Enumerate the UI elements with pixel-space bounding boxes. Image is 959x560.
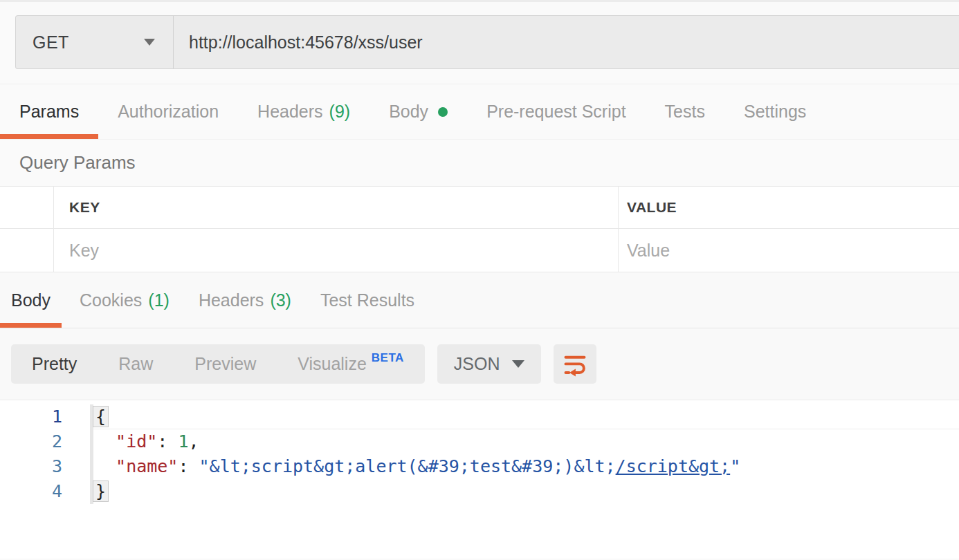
code-line: 3 "name": "&lt;script&gt;alert(&#39;test… [0, 454, 959, 479]
code-token [95, 456, 116, 476]
method-label: GET [33, 32, 69, 53]
active-tab-underline [0, 323, 62, 328]
response-tabs: Body Cookies (1) Headers (3) Test Result… [0, 272, 959, 328]
response-headers-count-badge: (3) [270, 290, 291, 310]
code-token: " [730, 456, 740, 476]
active-tab-underline [0, 134, 98, 139]
url-input[interactable]: http://localhost:45678/xss/user [174, 16, 959, 68]
beta-badge: BETA [372, 351, 404, 365]
value-column-header: VALUE [627, 199, 677, 216]
chevron-down-icon [144, 39, 155, 46]
code-token [95, 431, 116, 451]
line-number: 2 [0, 429, 62, 454]
mode-pretty[interactable]: Pretty [11, 344, 98, 384]
code-token: "&lt;script&gt;alert(&#39;test&#39;)&lt; [199, 456, 616, 476]
code-token: : [157, 431, 178, 451]
line-number: 3 [0, 454, 62, 479]
code-line: 1{ [0, 404, 959, 429]
chevron-down-icon [512, 360, 524, 368]
method-dropdown[interactable]: GET [16, 16, 174, 68]
tab-label: Authorization [118, 102, 219, 122]
response-body-viewer[interactable]: 1{2 "id": 1,3 "name": "&lt;script&gt;ale… [0, 400, 959, 559]
wrap-lines-button[interactable] [554, 344, 596, 384]
code-line-content: "name": "&lt;script&gt;alert(&#39;test&#… [93, 454, 959, 479]
table-row: Key Value [0, 229, 959, 272]
tab-label: Pre-request Script [486, 102, 625, 122]
tab-label: Tests [665, 102, 705, 122]
request-bar: GET http://localhost:45678/xss/user [0, 0, 959, 84]
code-token: } [93, 480, 109, 502]
mode-label: Pretty [32, 354, 77, 374]
tab-label: Body [11, 290, 51, 310]
key-header-cell: KEY [54, 187, 619, 228]
wrap-text-icon [563, 352, 587, 377]
key-column-header: KEY [69, 199, 100, 216]
code-line: 2 "id": 1, [0, 429, 959, 454]
query-params-table: KEY VALUE Key Value [0, 186, 959, 272]
tab-label: Settings [744, 102, 806, 122]
tab-label: Params [19, 102, 79, 122]
code-token: 1 [178, 431, 188, 451]
url-text: http://localhost:45678/xss/user [189, 32, 423, 53]
mode-raw[interactable]: Raw [98, 344, 174, 384]
response-area: Body Cookies (1) Headers (3) Test Result… [0, 272, 959, 559]
code-link-token[interactable]: /script&gt; [616, 456, 731, 476]
tab-authorization[interactable]: Authorization [98, 84, 238, 139]
row-handle-cell [0, 229, 54, 272]
mode-label: Raw [118, 354, 153, 374]
request-tabs: Params Authorization Headers (9) Body Pr… [0, 84, 959, 140]
response-tab-test-results[interactable]: Test Results [309, 272, 426, 328]
code-line-content: "id": 1, [93, 429, 959, 454]
cookies-count-badge: (1) [148, 290, 170, 310]
format-label: JSON [454, 354, 500, 374]
tab-settings[interactable]: Settings [724, 84, 825, 139]
value-header-cell: VALUE [619, 187, 959, 228]
code-token: "id" [116, 431, 157, 451]
key-placeholder: Key [69, 241, 99, 261]
headers-count-badge: (9) [329, 102, 351, 122]
line-number: 4 [0, 479, 62, 504]
tab-tests[interactable]: Tests [646, 84, 724, 139]
mode-preview[interactable]: Preview [174, 344, 277, 384]
key-input[interactable]: Key [54, 229, 619, 272]
tab-label: Test Results [320, 290, 414, 310]
value-input[interactable]: Value [619, 229, 959, 272]
code-token: , [189, 431, 199, 451]
table-header-row: KEY VALUE [0, 187, 959, 229]
code-token: "name" [116, 456, 178, 476]
tab-body[interactable]: Body [369, 84, 467, 139]
code-line-content: } [93, 479, 959, 504]
response-tab-body[interactable]: Body [0, 272, 62, 328]
tab-label: Body [389, 102, 428, 122]
tab-headers[interactable]: Headers (9) [238, 84, 369, 139]
code-lines: 1{2 "id": 1,3 "name": "&lt;script&gt;ale… [0, 404, 959, 504]
response-tab-headers[interactable]: Headers (3) [188, 272, 302, 328]
mode-label: Preview [194, 354, 256, 374]
response-tab-cookies[interactable]: Cookies (1) [68, 272, 181, 328]
row-handle-cell [0, 187, 54, 228]
value-placeholder: Value [627, 241, 670, 261]
tab-pre-request-script[interactable]: Pre-request Script [467, 84, 645, 139]
view-mode-group: Pretty Raw Preview Visualize BETA [11, 344, 425, 384]
code-token: : [178, 456, 199, 476]
url-box: GET http://localhost:45678/xss/user [15, 15, 959, 69]
code-line: 4} [0, 479, 959, 504]
mode-visualize[interactable]: Visualize BETA [277, 344, 425, 384]
body-set-dot [438, 107, 448, 117]
format-dropdown[interactable]: JSON [437, 344, 541, 384]
response-toolbar: Pretty Raw Preview Visualize BETA JSON [0, 328, 959, 400]
mode-label: Visualize [298, 354, 367, 374]
code-line-content: { [93, 404, 959, 429]
query-params-heading: Query Params [0, 140, 959, 186]
tab-label: Headers [257, 102, 323, 122]
tab-label: Cookies [80, 290, 142, 310]
tab-label: Headers [199, 290, 264, 310]
tab-params[interactable]: Params [0, 84, 98, 139]
code-token: { [93, 406, 109, 427]
line-number: 1 [0, 404, 62, 429]
